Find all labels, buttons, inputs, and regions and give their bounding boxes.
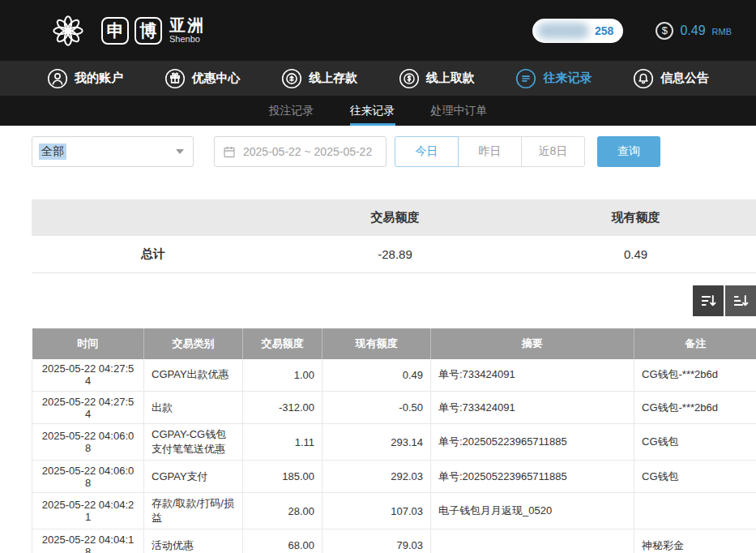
summary-table: 交易额度 现有额度 总计 -28.89 0.49	[32, 199, 756, 273]
table-cell: CG钱包-***2b6d	[634, 392, 756, 424]
quick-filter-yesterday[interactable]: 昨日	[458, 136, 522, 167]
date-range-input[interactable]: 2025-05-22 ~ 2025-05-22	[214, 136, 387, 167]
brand-region-block: 亚洲 Shenbo	[169, 16, 205, 44]
gift-icon	[164, 68, 186, 89]
transactions-body: 2025-05-22 04:27:54CGPAY出款优惠1.000.49单号:7…	[32, 359, 756, 553]
table-cell: 2025-05-22 04:04:21	[32, 493, 144, 529]
summary-header-row: 交易额度 现有额度	[32, 199, 756, 236]
table-cell: CGPAY-CG钱包支付笔笔送优惠	[144, 424, 243, 461]
table-cell	[634, 493, 756, 529]
withdraw-coin-icon	[399, 68, 420, 89]
table-row: 2025-05-22 04:27:54出款-312.00-0.50单号:7334…	[32, 392, 756, 424]
user-icon	[47, 68, 68, 89]
table-cell	[431, 529, 634, 553]
column-header: 摘要	[431, 328, 634, 359]
brand-char-shen: 申	[101, 17, 129, 45]
balance-display[interactable]: $ 0.49 RMB	[656, 22, 732, 40]
table-cell: CGPAY支付	[144, 461, 243, 493]
search-button[interactable]: 查询	[597, 136, 660, 167]
summary-total-label: 总计	[32, 236, 275, 272]
summary-row: 总计 -28.89 0.49	[32, 236, 756, 272]
nav-item-promotions[interactable]: 优惠中心	[164, 68, 241, 89]
nav-item-announcements[interactable]: 信息公告	[633, 68, 709, 89]
column-header: 交易额度	[243, 328, 322, 359]
table-cell: 2025-05-22 04:06:08	[32, 424, 144, 461]
sort-descending-icon	[700, 293, 716, 309]
table-row: 2025-05-22 04:04:18活动优惠68.0079.03神秘彩金	[32, 529, 756, 553]
table-cell: CG钱包	[634, 461, 756, 493]
nav-item-label: 往来记录	[543, 71, 592, 86]
nav-item-deposit[interactable]: 线上存款	[281, 68, 357, 89]
table-cell: 293.14	[322, 424, 431, 461]
table-cell: 1.11	[243, 424, 322, 461]
balance-currency: RMB	[712, 24, 732, 36]
type-select[interactable]: 全部	[32, 136, 194, 167]
summary-header-empty	[32, 199, 275, 236]
table-cell: 1.00	[243, 359, 322, 392]
tab-transfer-records[interactable]: 往来记录	[350, 96, 395, 126]
table-cell: 2025-05-22 04:06:08	[32, 461, 144, 493]
table-cell: -312.00	[243, 392, 322, 424]
tab-bet-records[interactable]: 投注记录	[269, 96, 314, 126]
summary-header-current: 现有额度	[515, 199, 756, 236]
date-range-value: 2025-05-22 ~ 2025-05-22	[243, 145, 372, 158]
nav-item-label: 线上取款	[426, 71, 475, 86]
table-cell: 单号:733424091	[431, 392, 634, 424]
quick-filter-group: 今日 昨日 近8日	[395, 136, 585, 167]
table-cell: 神秘彩金	[634, 529, 756, 553]
quick-filter-last8days[interactable]: 近8日	[521, 136, 585, 167]
brand-char-bo-text: 博	[140, 19, 157, 42]
table-cell: 2025-05-22 04:27:54	[32, 359, 144, 392]
nav-item-my-account[interactable]: 我的账户	[47, 68, 123, 89]
quick-filter-today[interactable]: 今日	[395, 136, 459, 167]
table-cell: CG钱包	[634, 424, 756, 461]
column-header: 交易类别	[144, 328, 243, 359]
table-cell: 活动优惠	[144, 529, 243, 553]
filter-bar: 全部 2025-05-22 ~ 2025-05-22 今日 昨日 近8日 查询	[32, 136, 756, 167]
brand-region: 亚洲	[169, 16, 205, 34]
account-id-pill[interactable]: 258	[532, 19, 623, 43]
table-cell: 单号:202505223965711885	[431, 424, 634, 461]
table-cell: 存款/取款/打码/损益	[144, 493, 243, 529]
table-header-row: 时间交易类别交易额度现有额度摘要备注	[32, 328, 756, 359]
brand-char-bo: 博	[135, 17, 162, 45]
column-header: 备注	[634, 328, 756, 359]
tab-pending-orders[interactable]: 处理中订单	[431, 96, 488, 126]
flower-logo-icon	[49, 11, 88, 50]
chevron-down-icon	[176, 149, 184, 154]
summary-header-transaction: 交易额度	[275, 199, 515, 236]
table-cell: 2025-05-22 04:04:18	[32, 529, 144, 553]
sort-ascending-icon	[733, 293, 749, 309]
subnav: 投注记录 往来记录 处理中订单	[0, 96, 756, 126]
nav-item-label: 我的账户	[75, 71, 123, 86]
table-cell: 28.00	[243, 493, 322, 529]
column-header: 时间	[32, 328, 144, 359]
balance-amount: 0.49	[680, 24, 705, 38]
nav-item-records[interactable]: 往来记录	[515, 68, 592, 89]
sort-descending-button[interactable]	[693, 285, 724, 316]
calendar-icon	[223, 145, 236, 158]
brand: 申 博 亚洲 Shenbo	[49, 11, 205, 50]
nav-item-label: 优惠中心	[192, 71, 241, 86]
table-cell: 185.00	[243, 461, 322, 493]
censored-account-blur	[537, 23, 589, 39]
sort-ascending-button[interactable]	[725, 285, 756, 316]
table-cell: 107.03	[322, 493, 431, 529]
dollar-icon: $	[656, 22, 673, 40]
nav-item-label: 线上存款	[309, 71, 357, 86]
table-cell: -0.50	[322, 392, 431, 424]
transactions-table: 时间交易类别交易额度现有额度摘要备注 2025-05-22 04:27:54CG…	[32, 328, 756, 553]
brand-subtitle: Shenbo	[169, 34, 205, 44]
topbar: 申 博 亚洲 Shenbo 258 $ 0.49 RMB	[0, 0, 756, 61]
table-cell: 68.00	[243, 529, 322, 553]
table-cell: 电子钱包月月返现_0520	[431, 493, 634, 529]
type-select-value: 全部	[39, 144, 66, 160]
column-header: 现有额度	[322, 328, 431, 359]
table-cell: 292.03	[322, 461, 431, 493]
main-nav: 我的账户 优惠中心 线上存款 线上取款	[0, 61, 756, 96]
table-cell: CG钱包-***2b6d	[634, 359, 756, 392]
nav-item-withdraw[interactable]: 线上取款	[399, 68, 475, 89]
table-row: 2025-05-22 04:06:08CGPAY支付185.00292.03单号…	[32, 461, 756, 493]
deposit-coin-icon	[281, 68, 302, 89]
table-cell: 单号:733424091	[431, 359, 634, 392]
